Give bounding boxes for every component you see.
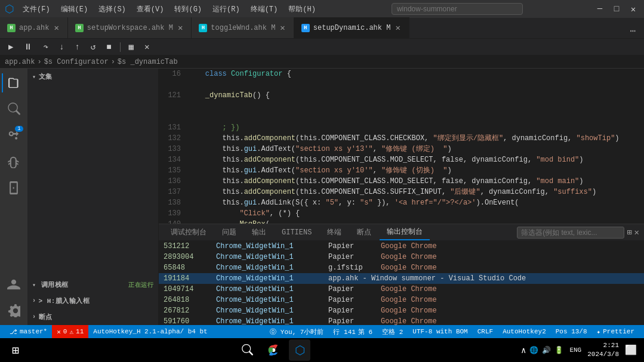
status-errors[interactable]: ✕ 0 ⚠ 11 <box>52 325 88 338</box>
status-language[interactable]: AutoHotkey2 <box>498 328 551 335</box>
code-container[interactable]: 16 121 131 132 133 134 135 136 137 138 1… <box>159 69 644 224</box>
panel-close-button[interactable]: ✕ <box>634 227 639 237</box>
list-item: 191184 Chrome_WidgetWin_1 app.ahk - Wind… <box>159 273 644 284</box>
status-branch[interactable]: ⎇ master* <box>5 325 52 338</box>
tab-setup-dynamic[interactable]: H setupDynamic.ahk M ✕ <box>294 17 409 38</box>
panel-search-input[interactable] <box>517 227 624 239</box>
tab-close-setup-dynamic[interactable]: ✕ <box>394 23 401 33</box>
code-line <box>186 79 644 90</box>
menu-view[interactable]: 查看(V) <box>132 3 169 16</box>
panel-tab-terminal[interactable]: 终端 <box>320 225 349 240</box>
code-line <box>186 112 644 122</box>
status-formatter[interactable]: ✦ Prettier <box>592 328 639 336</box>
code-line: this.gui.AddText("section xs y'10'", "修饰… <box>186 165 644 176</box>
panel-tab-output[interactable]: 输出 <box>245 225 273 240</box>
menu-edit[interactable]: 编辑(E) <box>56 3 93 16</box>
pause-button[interactable]: ⏸ <box>20 41 36 53</box>
browser: Google Chrome <box>381 264 437 272</box>
activity-explorer[interactable] <box>2 71 26 95</box>
restart-button[interactable]: ↺ <box>87 41 99 53</box>
status-spaces[interactable]: 空格 2 <box>377 327 408 336</box>
win-class: Chrome_WidgetWin_1 <box>216 317 323 325</box>
taskbar-search[interactable] <box>236 339 258 361</box>
panel-tab-debug-console[interactable]: 调试控制台 <box>164 225 214 240</box>
panel-tab-problems[interactable]: 问题 <box>215 225 244 240</box>
title-search-input[interactable] <box>392 3 523 15</box>
panel-tab-output-console[interactable]: 输出控制台 <box>380 224 430 240</box>
minimize-button[interactable]: ─ <box>594 3 606 15</box>
close-button[interactable]: ✕ <box>627 3 639 15</box>
sidebar-breakpoints-header[interactable]: › 断点 <box>27 309 158 325</box>
code-editor[interactable]: class Configurator { _dynamicTab() { ; }… <box>186 69 644 224</box>
stop-button[interactable]: ■ <box>103 41 115 53</box>
tray-expand[interactable]: ∧ <box>521 345 526 355</box>
status-info[interactable]: AutoHotkey_H 2.1-alpha/ b4 bt <box>88 325 212 338</box>
panel-tab-right: ⊞ ✕ <box>517 227 639 239</box>
toolbar-separator <box>120 42 121 52</box>
status-position[interactable]: 行 141 第 6 <box>328 327 377 336</box>
breadcrumb-part-2[interactable]: $s Configurator <box>44 58 109 66</box>
app-name: Papier <box>328 285 376 293</box>
tab-more-button[interactable]: ⋯ <box>626 24 639 38</box>
step-out-button[interactable]: ↑ <box>71 41 83 53</box>
breadcrumb-part-3[interactable]: $s _dynamicTab <box>118 58 178 66</box>
show-desktop-button[interactable]: ⬜ <box>623 344 639 356</box>
info-text: AutoHotkey_H 2.1-alpha/ b4 bt <box>93 328 207 335</box>
panel-area: 调试控制台 问题 输出 GITIENS 终端 断点 输出控制台 ⊞ ✕ 5312… <box>159 224 644 325</box>
breadcrumb-part-1[interactable]: app.ahk <box>5 58 35 66</box>
code-line: this.gui.AddLink(S({ x: "5", y: "s" }), … <box>186 197 644 208</box>
menu-help[interactable]: 帮助(H) <box>284 3 321 16</box>
activity-search[interactable] <box>2 97 26 121</box>
maximize-button[interactable]: □ <box>611 3 623 15</box>
tray-battery[interactable]: 🔋 <box>554 346 563 355</box>
menu-file[interactable]: 文件(F) <box>18 3 55 16</box>
menu-terminal[interactable]: 终端(T) <box>246 3 283 16</box>
start-button[interactable]: ⊞ <box>5 339 26 361</box>
branch-name: master* <box>20 328 47 335</box>
panel-tab-breakpoints[interactable]: 断点 <box>350 225 378 240</box>
step-over-button[interactable]: ↷ <box>39 41 51 53</box>
tray-network[interactable]: 🌐 <box>529 346 538 355</box>
menu-goto[interactable]: 转到(G) <box>170 3 207 16</box>
code-line <box>186 101 644 112</box>
status-git[interactable]: ⓪ You, 7小时前 <box>265 327 328 336</box>
activity-debug[interactable] <box>2 150 26 174</box>
code-line: this.addComponent(this.COMPONENT_CLASS.C… <box>186 133 644 144</box>
pid: 2893004 <box>164 253 211 261</box>
status-line-ending[interactable]: CRLF <box>473 328 498 335</box>
tab-setup-workspace[interactable]: H setupWorkspace.ahk M ✕ <box>68 17 192 38</box>
tab-close-setup-workspace[interactable]: ✕ <box>177 23 184 33</box>
activity-source-control[interactable]: 1 <box>2 123 26 147</box>
step-into-button[interactable]: ↓ <box>56 41 67 53</box>
tab-close-app-ahk[interactable]: ✕ <box>53 23 60 33</box>
sidebar-callstack-header[interactable]: ▾ 调用栈框 正在运行 <box>27 277 158 293</box>
panel-content[interactable]: 531212 Chrome_WidgetWin_1 Papier Google … <box>159 241 644 325</box>
taskbar-chrome[interactable] <box>263 339 284 361</box>
sidebar-watch-section: › > H:腊入输入框 <box>27 293 158 309</box>
tab-close-toggle-wnd[interactable]: ✕ <box>279 23 286 33</box>
status-bar: ⎇ master* ✕ 0 ⚠ 11 AutoHotkey_H 2.1-alph… <box>0 325 644 338</box>
panel-layout-button[interactable]: ⊞ <box>627 227 631 237</box>
taskbar-vscode[interactable]: ⬡ <box>289 339 310 361</box>
activity-extensions[interactable] <box>2 176 26 200</box>
time-display[interactable]: 2:21 2024/3/8 <box>587 341 619 360</box>
activity-account[interactable] <box>2 273 26 296</box>
status-pos[interactable]: Pos 13/8 <box>551 328 592 335</box>
menu-run[interactable]: 运行(R) <box>208 3 245 16</box>
sidebar-explorer-header[interactable]: ▾ 文集 <box>27 69 158 85</box>
panel-tab-gitiens[interactable]: GITIENS <box>275 226 319 239</box>
menu-select[interactable]: 选择(S) <box>94 3 131 16</box>
sidebar-watch-header[interactable]: › > H:腊入输入框 <box>27 293 158 309</box>
layout-button[interactable]: ▦ <box>125 41 137 53</box>
sidebar-explorer-label: 文集 <box>39 72 53 81</box>
tray-sound[interactable]: 🔊 <box>542 346 551 355</box>
activity-settings[interactable] <box>2 299 26 323</box>
play-button[interactable]: ▶ <box>5 41 17 53</box>
language-text: AutoHotkey2 <box>503 328 546 335</box>
close-editor-button[interactable]: ✕ <box>141 41 153 53</box>
status-encoding[interactable]: UTF-8 with BOM <box>408 328 472 335</box>
win-class: Chrome_WidgetWin_1 <box>216 296 323 304</box>
tab-app-ahk[interactable]: H app.ahk ✕ <box>0 17 68 38</box>
tray-lang[interactable]: ENG <box>567 346 584 354</box>
tab-toggle-wnd[interactable]: H toggleWnd.ahk M ✕ <box>192 17 294 38</box>
